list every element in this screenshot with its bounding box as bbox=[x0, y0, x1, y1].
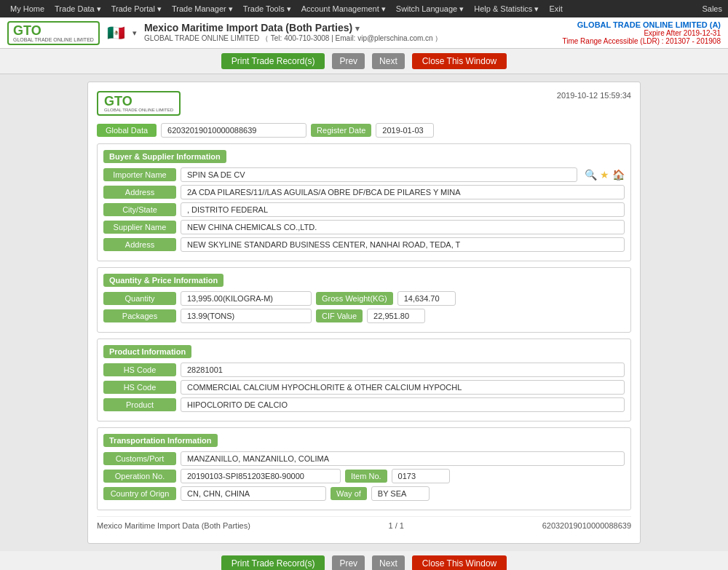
hs-code-label-2: HS Code bbox=[103, 381, 176, 394]
hs-code-row-1: HS Code 28281001 bbox=[103, 363, 625, 377]
gross-weight-label: Gross Weight(KG) bbox=[316, 292, 393, 305]
city-state-row: City/State , DISTRITO FEDERAL bbox=[103, 202, 625, 217]
record-footer-right: 62032019010000088639 bbox=[542, 521, 631, 530]
header-right: GLOBAL TRADE ONLINE LIMITED (A) Expire A… bbox=[562, 20, 721, 45]
address-value-1: 2A CDA PILARES/11//LAS AGUILAS/A OBRE DF… bbox=[181, 185, 625, 199]
hs-code-value-1: 28281001 bbox=[181, 363, 625, 377]
star-icon[interactable]: ★ bbox=[600, 169, 609, 181]
buyer-supplier-title: Buyer & Supplier Information bbox=[103, 150, 226, 163]
city-state-label: City/State bbox=[103, 203, 176, 216]
country-of-origin-label: Country of Orign bbox=[103, 487, 176, 500]
nav-items: My Home Trade Data ▾ Trade Portal ▾ Trad… bbox=[6, 4, 567, 14]
record-logo-sub: GLOBAL TRADE ONLINE LIMITED bbox=[104, 108, 173, 112]
header-center: Mexico Maritime Import Data (Both Partie… bbox=[137, 22, 563, 44]
nav-trade-tools[interactable]: Trade Tools ▾ bbox=[239, 4, 296, 14]
register-date-value: 2019-01-03 bbox=[376, 123, 434, 138]
nav-trade-manager[interactable]: Trade Manager ▾ bbox=[167, 4, 237, 14]
print-record-button-top[interactable]: Print Trade Record(s) bbox=[221, 53, 325, 69]
search-icon[interactable]: 🔍 bbox=[585, 169, 597, 181]
logo-area: GTO GLOBAL TRADE ONLINE LIMITED 🇲🇽 ▾ bbox=[7, 21, 137, 45]
product-title: Product Information bbox=[103, 345, 191, 358]
nav-help-statistics[interactable]: Help & Statistics ▾ bbox=[470, 4, 543, 14]
record-header: GTO GLOBAL TRADE ONLINE LIMITED 2019-10-… bbox=[97, 91, 631, 116]
quantity-row: Quantity 13,995.00(KILOGRA-M) Gross Weig… bbox=[103, 291, 625, 306]
quantity-price-section: Quantity & Price Information Quantity 13… bbox=[97, 267, 631, 333]
product-value: HIPOCLORITO DE CALCIO bbox=[181, 397, 625, 412]
home-icon[interactable]: 🏠 bbox=[612, 169, 625, 181]
address-row-2: Address NEW SKYLINE STANDARD BUSINESS CE… bbox=[103, 237, 625, 252]
action-bar-bottom: Print Trade Record(s) Prev Next Close Th… bbox=[0, 551, 728, 570]
supplier-name-label: Supplier Name bbox=[103, 221, 176, 234]
operation-no-label: Operation No. bbox=[103, 470, 176, 483]
main-content: GTO GLOBAL TRADE ONLINE LIMITED 2019-10-… bbox=[0, 74, 728, 551]
global-data-value: 62032019010000088639 bbox=[161, 123, 306, 138]
item-no-value: 0173 bbox=[392, 469, 450, 483]
nav-exit[interactable]: Exit bbox=[545, 4, 566, 13]
register-date-label: Register Date bbox=[311, 124, 371, 137]
gross-weight-value: 14,634.70 bbox=[397, 291, 456, 306]
nav-switch-language[interactable]: Switch Language ▾ bbox=[392, 4, 468, 14]
global-data-row: Global Data 62032019010000088639 Registe… bbox=[97, 123, 631, 138]
item-no-label: Item No. bbox=[345, 470, 387, 483]
address-row-1: Address 2A CDA PILARES/11//LAS AGUILAS/A… bbox=[103, 185, 625, 199]
packages-label: Packages bbox=[103, 309, 176, 322]
product-label: Product bbox=[103, 398, 176, 411]
header-expire: Expire After 2019-12-31 bbox=[562, 29, 721, 37]
prev-button-top[interactable]: Prev bbox=[332, 53, 365, 69]
country-of-origin-row: Country of Orign CN, CHN, CHINA Way of B… bbox=[103, 486, 625, 501]
action-icons: 🔍 ★ 🏠 bbox=[585, 169, 625, 181]
way-of-value: BY SEA bbox=[371, 486, 430, 501]
city-state-value: , DISTRITO FEDERAL bbox=[181, 202, 625, 217]
record-footer-left: Mexico Maritime Import Data (Both Partie… bbox=[97, 521, 250, 530]
importer-name-value: SPIN SA DE CV bbox=[181, 167, 577, 182]
supplier-name-value: NEW CHINA CHEMICALS CO.,LTD. bbox=[181, 220, 625, 234]
country-of-origin-value: CN, CHN, CHINA bbox=[181, 486, 326, 501]
cif-value-value: 22,951.80 bbox=[367, 309, 425, 323]
nav-trade-data[interactable]: Trade Data ▾ bbox=[50, 4, 106, 14]
nav-trade-portal[interactable]: Trade Portal ▾ bbox=[107, 4, 166, 14]
quantity-value: 13,995.00(KILOGRA-M) bbox=[181, 291, 312, 306]
print-record-button-bottom[interactable]: Print Trade Record(s) bbox=[221, 555, 325, 570]
global-data-button[interactable]: Global Data bbox=[97, 124, 157, 137]
product-row: Product HIPOCLORITO DE CALCIO bbox=[103, 397, 625, 412]
record-logo-area: GTO GLOBAL TRADE ONLINE LIMITED bbox=[97, 91, 181, 116]
logo: GTO GLOBAL TRADE ONLINE LIMITED bbox=[7, 21, 100, 45]
prev-button-bottom[interactable]: Prev bbox=[332, 555, 365, 570]
next-button-top[interactable]: Next bbox=[372, 53, 405, 69]
record-logo-text: GTO bbox=[104, 95, 173, 108]
customs-port-row: Customs/Port MANZANILLO, MANZANILLO, COL… bbox=[103, 451, 625, 466]
way-of-label: Way of bbox=[331, 487, 367, 500]
hs-code-row-2: HS Code COMMERCIAL CALCIUM HYPOCHLORITE … bbox=[103, 380, 625, 395]
header-company-name: GLOBAL TRADE ONLINE LIMITED (A) bbox=[562, 20, 721, 29]
product-section: Product Information HS Code 28281001 HS … bbox=[97, 339, 631, 421]
action-bar-top: Print Trade Record(s) Prev Next Close Th… bbox=[0, 49, 728, 74]
page-title: Mexico Maritime Import Data (Both Partie… bbox=[144, 22, 563, 33]
operation-no-row: Operation No. 20190103-SPI851203E80-9000… bbox=[103, 469, 625, 483]
close-window-button-top[interactable]: Close This Window bbox=[412, 53, 507, 69]
header-bar: GTO GLOBAL TRADE ONLINE LIMITED 🇲🇽 ▾ Mex… bbox=[0, 17, 728, 49]
record-datetime: 2019-10-12 15:59:34 bbox=[557, 91, 631, 100]
nav-my-home[interactable]: My Home bbox=[6, 4, 49, 13]
address-label-1: Address bbox=[103, 186, 176, 199]
logo-sub: GLOBAL TRADE ONLINE LIMITED bbox=[13, 37, 94, 42]
buyer-supplier-section: Buyer & Supplier Information Importer Na… bbox=[97, 143, 631, 261]
cif-value-label: CIF Value bbox=[316, 309, 363, 322]
address-label-2: Address bbox=[103, 238, 176, 251]
importer-name-row: Importer Name SPIN SA DE CV 🔍 ★ 🏠 bbox=[103, 167, 625, 182]
supplier-name-row: Supplier Name NEW CHINA CHEMICALS CO.,LT… bbox=[103, 220, 625, 234]
quantity-price-title: Quantity & Price Information bbox=[103, 274, 223, 287]
customs-port-value: MANZANILLO, MANZANILLO, COLIMA bbox=[181, 451, 625, 466]
transportation-section: Transportation Information Customs/Port … bbox=[97, 427, 631, 510]
logo-text: GTO bbox=[13, 24, 94, 37]
importer-name-label: Importer Name bbox=[103, 168, 176, 181]
nav-account-management[interactable]: Account Management ▾ bbox=[297, 4, 390, 14]
record-card: GTO GLOBAL TRADE ONLINE LIMITED 2019-10-… bbox=[87, 82, 641, 544]
close-window-button-bottom[interactable]: Close This Window bbox=[412, 555, 507, 570]
title-dropdown[interactable]: ▾ bbox=[355, 24, 360, 33]
header-subtitle: GLOBAL TRADE ONLINE LIMITED （ Tel: 400-7… bbox=[144, 33, 563, 44]
next-button-bottom[interactable]: Next bbox=[372, 555, 405, 570]
record-footer: Mexico Maritime Import Data (Both Partie… bbox=[97, 516, 631, 534]
header-time-range: Time Range Accessible (LDR) : 201307 - 2… bbox=[562, 37, 721, 45]
quantity-label: Quantity bbox=[103, 292, 176, 305]
top-navigation: My Home Trade Data ▾ Trade Portal ▾ Trad… bbox=[0, 0, 728, 17]
